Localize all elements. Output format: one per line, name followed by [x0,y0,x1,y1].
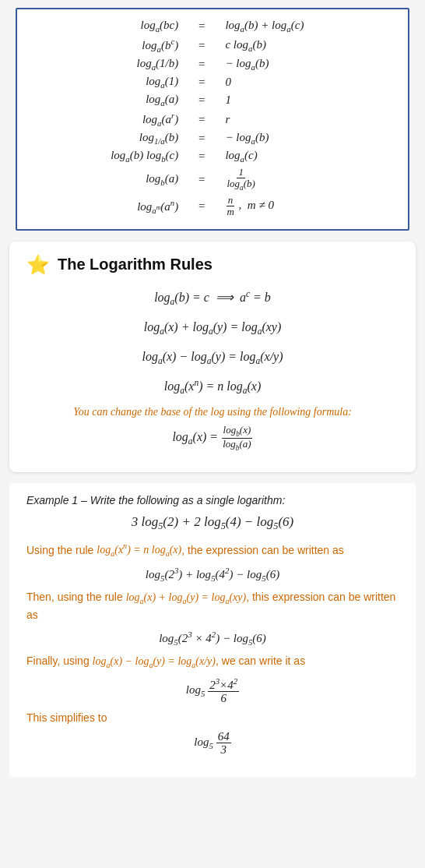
step1-expression: log5(23) + log5(42) − log5(6) [26,566,399,583]
table-row: loga(bc) = c loga(b) [31,35,394,55]
table-row: logb(a) = 1 loga(b) [31,165,394,193]
formula-2: loga(x) + loga(y) = loga(xy) [26,316,399,340]
table-row: loga(1/b) = − loga(b) [31,55,394,73]
card-title-text: The Logarithm Rules [58,256,212,273]
table-row: loga(b) logb(c) = loga(c) [31,147,394,165]
step3-expression: log5 23×42 6 [26,677,399,705]
card-title: ⭐ The Logarithm Rules [26,254,399,276]
example-section: Example 1 – Write the following as a sin… [9,483,416,777]
table-row: loga(bc) = loga(b) + loga(c) [31,17,394,35]
example-description: Write the following as a single logarith… [90,494,286,506]
log-properties-table: loga(bc) = loga(b) + loga(c) loga(bc) = … [16,8,409,231]
example-separator: – [81,494,90,506]
step2-expression: log5(23 × 42) − log5(6) [26,630,399,647]
formula-3: loga(x) − loga(y) = loga(x/y) [26,346,399,369]
star-icon: ⭐ [26,254,50,276]
final-expression: log5 64 3 [26,730,399,757]
change-base-note: You can change the base of the log using… [26,406,399,418]
simplifies-label: This simplifies to [26,711,399,724]
change-base-formula: loga(x) = logb(x) logb(a) [26,425,399,452]
formula-4: loga(xn) = n loga(x) [26,375,399,398]
step3-text: Finally, using loga(x) − loga(y) = loga(… [26,653,399,671]
table-row: log1/a(b) = − loga(b) [31,129,394,147]
table-row: logam(an) = n m , m ≠ 0 [31,193,394,220]
table-row: loga(a) = 1 [31,91,394,109]
table-row: loga(ar) = r [31,109,394,129]
example-title: Example 1 – Write the following as a sin… [26,494,399,506]
main-expression: 3 log5(2) + 2 log5(4) − log5(6) [26,514,399,532]
step1-text: Using the rule loga(xn) = n loga(x), the… [26,541,399,560]
example-label: Example 1 [26,494,78,506]
step2-text: Then, using the rule loga(x) + loga(y) =… [26,589,399,623]
table-row: loga(1) = 0 [31,73,394,91]
formula-1: loga(b) = c ⟹ ac = b [26,287,399,310]
logarithm-rules-card: ⭐ The Logarithm Rules loga(b) = c ⟹ ac =… [9,242,416,472]
